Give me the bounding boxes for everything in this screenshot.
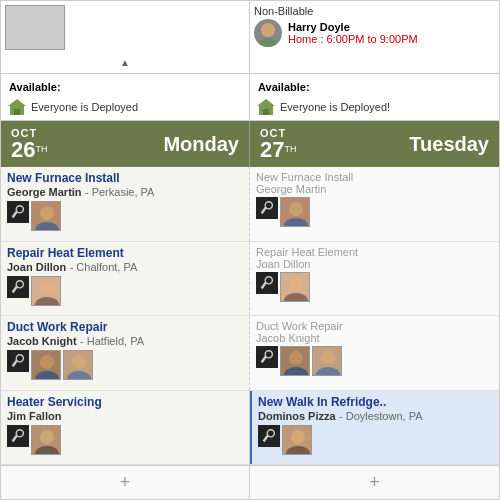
right-available: Available: Everyone is Deployed! xyxy=(250,74,499,120)
job-cell-right-2: Repair Heat Element Joan Dillon xyxy=(250,242,499,316)
job-avatars-right-2 xyxy=(256,272,493,302)
avatar-right-2a xyxy=(280,272,310,302)
job-cell-left-2: Repair Heat Element Joan Dillon - Chalfo… xyxy=(1,242,250,316)
table-row: Duct Work Repair Jacob Knight - Hatfield… xyxy=(1,316,499,391)
svg-point-24 xyxy=(265,351,272,358)
job-person-left-1: George Martin xyxy=(7,186,82,198)
job-avatars-left-2 xyxy=(7,276,243,306)
job-title-right-4: New Walk In Refridge.. xyxy=(258,395,493,409)
svg-point-10 xyxy=(265,202,272,209)
avatar-right-1a xyxy=(280,197,310,227)
job-person-right-1: George Martin xyxy=(256,183,493,195)
job-person-location-1: George Martin - Perkasie, PA xyxy=(7,185,243,199)
job-avatars-right-3 xyxy=(256,346,493,376)
svg-point-8 xyxy=(40,206,54,220)
tool-icon-1 xyxy=(7,201,29,223)
cal-right-date: OCT 27TH xyxy=(260,127,296,161)
svg-point-11 xyxy=(289,202,303,216)
job-avatars-right-4 xyxy=(258,425,493,455)
job-location-left-2: - Chalfont, PA xyxy=(70,261,138,273)
job-location-right-4: - Doylestown, PA xyxy=(339,410,423,422)
job-cell-left-4: Heater Servicing Jim Fallon xyxy=(1,391,250,465)
left-available-status-row: Everyone is Deployed xyxy=(7,97,243,117)
table-row: Heater Servicing Jim Fallon New Walk In … xyxy=(1,391,499,466)
harry-doyle-time: Home : 6:00PM to 9:00PM xyxy=(288,33,418,45)
left-available: Available: Everyone is Deployed xyxy=(1,74,250,120)
cal-left-dayname: Monday xyxy=(163,133,239,156)
right-available-row: Available: xyxy=(256,77,493,97)
time-value: 6:00PM to 9:00PM xyxy=(327,33,418,45)
svg-rect-4 xyxy=(14,109,20,115)
svg-point-19 xyxy=(16,355,23,362)
left-available-row: Available: xyxy=(7,77,243,97)
right-available-status: Everyone is Deployed! xyxy=(280,101,390,113)
job-avatars-left-1 xyxy=(7,201,243,231)
cal-right-dayname: Tuesday xyxy=(409,133,489,156)
tool-icon-3 xyxy=(7,350,29,372)
add-left-button[interactable]: + xyxy=(1,466,250,499)
svg-point-32 xyxy=(267,429,274,436)
svg-point-7 xyxy=(16,206,23,213)
left-avatar-box xyxy=(5,5,65,50)
svg-point-33 xyxy=(291,430,305,444)
left-available-status: Everyone is Deployed xyxy=(31,101,138,113)
svg-point-1 xyxy=(258,38,278,47)
cal-right-day: 27 xyxy=(260,137,284,162)
job-location-left-3: - Hatfield, PA xyxy=(80,335,144,347)
tool-icon-4 xyxy=(7,425,29,447)
job-person-location-2: Joan Dillon - Chalfont, PA xyxy=(7,260,243,274)
table-row: New Furnace Install George Martin - Perk… xyxy=(1,167,499,242)
avatar-3a xyxy=(31,350,61,380)
job-cell-left-1: New Furnace Install George Martin - Perk… xyxy=(1,167,250,241)
left-house-icon xyxy=(7,97,27,117)
job-title-right-1: New Furnace Install xyxy=(256,171,493,183)
job-person-location-right-4: Dominos Pizza - Doylestown, PA xyxy=(258,409,493,423)
svg-point-14 xyxy=(40,281,54,295)
table-row: Repair Heat Element Joan Dillon - Chalfo… xyxy=(1,242,499,317)
avatar-right-3a xyxy=(280,346,310,376)
tool-icon-right-2 xyxy=(256,272,278,294)
svg-point-29 xyxy=(16,429,23,436)
job-title-left-2: Repair Heat Element xyxy=(7,246,243,260)
job-person-right-4: Dominos Pizza xyxy=(258,410,336,422)
svg-point-27 xyxy=(321,351,335,365)
svg-point-21 xyxy=(35,371,59,380)
tool-icon-2 xyxy=(7,276,29,298)
cal-right-header: OCT 27TH Tuesday xyxy=(250,121,499,167)
svg-point-30 xyxy=(40,430,54,444)
avatar-1a xyxy=(31,201,61,231)
svg-point-20 xyxy=(40,355,54,369)
top-left-panel: ▲ xyxy=(1,1,250,73)
job-person-right-2: Joan Dillon xyxy=(256,258,493,270)
job-avatars-left-3 xyxy=(7,350,243,380)
svg-point-16 xyxy=(265,276,272,283)
svg-point-34 xyxy=(286,446,310,455)
svg-point-2 xyxy=(263,24,273,34)
cal-right-suffix: TH xyxy=(284,144,296,154)
job-cell-right-3: Duct Work Repair Jacob Knight xyxy=(250,316,499,390)
job-title-left-3: Duct Work Repair xyxy=(7,320,243,334)
add-buttons-row: + + xyxy=(1,465,499,499)
main-container: ▲ Non-Billable Harry Doyle Home : 6:00 xyxy=(0,0,500,500)
job-title-left-4: Heater Servicing xyxy=(7,395,243,409)
harry-doyle-name: Harry Doyle xyxy=(288,21,418,33)
avatar-right-4a xyxy=(282,425,312,455)
job-cell-right-4: New Walk In Refridge.. Dominos Pizza - D… xyxy=(250,391,499,465)
cal-left-day: 26 xyxy=(11,137,35,162)
svg-point-9 xyxy=(35,222,59,231)
tool-icon-right-3 xyxy=(256,346,278,368)
time-label: Home : xyxy=(288,33,323,45)
right-available-status-row: Everyone is Deployed! xyxy=(256,97,493,117)
svg-point-26 xyxy=(284,367,308,376)
tool-icon-right-1 xyxy=(256,197,278,219)
job-cell-right-1: New Furnace Install George Martin xyxy=(250,167,499,241)
job-person-location-3: Jacob Knight - Hatfield, PA xyxy=(7,334,243,348)
cal-left-suffix: TH xyxy=(35,144,47,154)
add-right-button[interactable]: + xyxy=(250,466,499,499)
job-person-left-4: Jim Fallon xyxy=(7,410,61,422)
svg-point-17 xyxy=(289,277,303,291)
avatar-2a xyxy=(31,276,61,306)
cal-left-header: OCT 26TH Monday xyxy=(1,121,250,167)
cal-left-day-row: 26TH xyxy=(11,139,47,161)
job-title-left-1: New Furnace Install xyxy=(7,171,243,185)
